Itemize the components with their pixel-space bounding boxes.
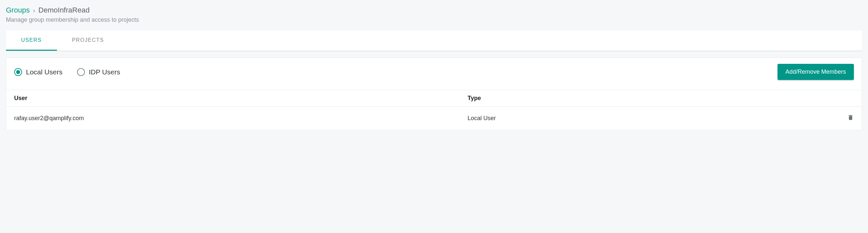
- radio-unselected-icon: [77, 68, 85, 76]
- user-type-radio-group: Local Users IDP Users: [14, 68, 120, 76]
- breadcrumb-current: DemoInfraRead: [38, 6, 90, 14]
- add-remove-members-button[interactable]: Add/Remove Members: [777, 64, 854, 80]
- radio-local-label: Local Users: [26, 68, 63, 76]
- page-subtitle: Manage group membership and access to pr…: [6, 17, 862, 23]
- breadcrumb: Groups › DemoInfraRead: [6, 6, 862, 14]
- radio-idp-label: IDP Users: [89, 68, 120, 76]
- table-header: User Type: [6, 90, 862, 107]
- cell-type: Local User: [468, 115, 841, 122]
- breadcrumb-groups-link[interactable]: Groups: [6, 6, 30, 14]
- cell-user: rafay.user2@qamplify.com: [14, 115, 468, 122]
- content-header: Local Users IDP Users Add/Remove Members: [6, 58, 862, 90]
- breadcrumb-separator: ›: [33, 7, 35, 14]
- members-table: User Type rafay.user2@qamplify.com Local…: [6, 90, 862, 130]
- radio-selected-icon: [14, 68, 22, 76]
- tab-users[interactable]: USERS: [6, 31, 57, 51]
- tabs-card: USERS PROJECTS: [6, 31, 862, 51]
- radio-local-users[interactable]: Local Users: [14, 68, 63, 76]
- column-header-type: Type: [468, 95, 841, 102]
- tabs: USERS PROJECTS: [6, 31, 862, 51]
- radio-idp-users[interactable]: IDP Users: [77, 68, 120, 76]
- tab-projects[interactable]: PROJECTS: [57, 31, 119, 51]
- trash-icon[interactable]: [847, 116, 854, 122]
- content-card: Local Users IDP Users Add/Remove Members…: [6, 58, 862, 130]
- table-row: rafay.user2@qamplify.com Local User: [6, 107, 862, 130]
- column-header-actions: [841, 95, 854, 102]
- column-header-user: User: [14, 95, 468, 102]
